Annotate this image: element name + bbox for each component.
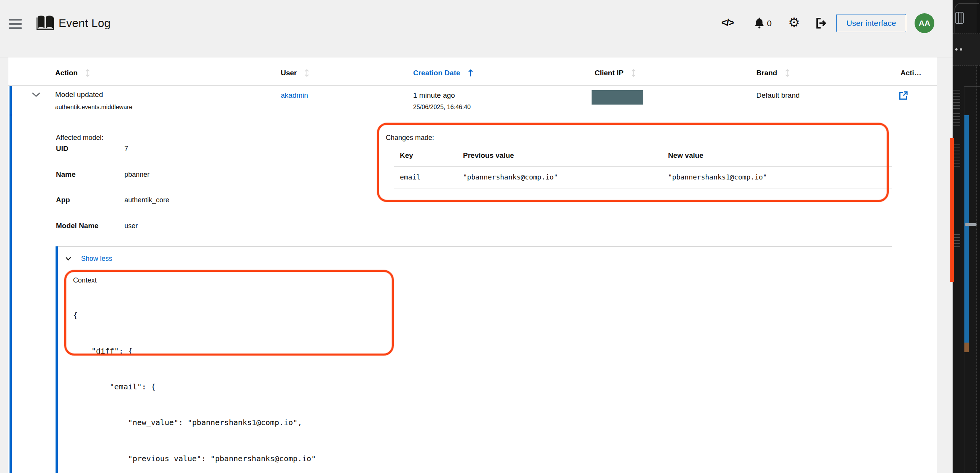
sliver-right-shade <box>977 0 980 473</box>
avatar[interactable]: AA <box>915 13 934 33</box>
sign-out-icon[interactable] <box>816 17 827 30</box>
field-value: 7 <box>124 145 128 153</box>
tiny-text-block <box>953 113 960 129</box>
notifications-bell-icon[interactable] <box>754 17 765 30</box>
sort-unsorted-icon <box>85 69 90 77</box>
mini-scrollbar-thumb[interactable] <box>965 223 977 226</box>
field-value: user <box>124 222 138 230</box>
table-header-divider <box>8 85 937 86</box>
row-divider <box>8 115 937 115</box>
api-browser-icon[interactable]: </> <box>721 17 733 29</box>
column-label: Brand <box>756 69 777 77</box>
panel-left-indicator <box>56 246 58 473</box>
annotation-rect-changes <box>377 123 889 202</box>
column-header-brand[interactable]: Brand <box>756 68 790 78</box>
show-less-label: Show less <box>81 255 112 263</box>
client-ip-redaction-box <box>592 90 643 105</box>
column-header-user[interactable]: User <box>281 68 309 78</box>
event-brand: Default brand <box>756 91 800 100</box>
event-user-link[interactable]: akadmin <box>281 91 308 100</box>
field-value: authentik_core <box>124 196 169 204</box>
field-label: Model Name <box>56 222 99 230</box>
column-header-actions: Acti… <box>900 68 921 78</box>
column-label: Action <box>55 69 78 77</box>
field-label: App <box>56 196 70 204</box>
tiny-text-block <box>953 90 960 110</box>
column-label: Acti… <box>900 69 921 77</box>
column-header-creation-date[interactable]: Creation Date <box>413 68 473 78</box>
orange-color-bar <box>950 138 954 282</box>
app-header: Event Log </> 0 ⚙ User interface AA <box>0 0 980 57</box>
dot-icon <box>960 48 962 51</box>
sliver-dotted-line <box>976 65 977 473</box>
row-collapse-chevron-icon[interactable] <box>32 92 40 99</box>
affected-model-heading: Affected model: <box>56 134 103 142</box>
background-window-sliver <box>953 0 980 473</box>
event-created-absolute: 25/06/2025, 16:46:40 <box>413 104 471 111</box>
chevron-down-icon <box>65 257 71 261</box>
show-less-toggle[interactable]: Show less <box>65 255 112 263</box>
page-title: Event Log <box>59 17 111 30</box>
menu-toggle-button[interactable] <box>9 19 22 29</box>
event-created-relative: 1 minute ago <box>413 91 455 100</box>
event-action: Model updated <box>55 90 103 99</box>
field-value: pbanner <box>124 171 150 179</box>
panel-top-divider <box>56 246 892 247</box>
expanded-row-indicator <box>10 86 12 473</box>
annotation-rect-context <box>64 270 394 356</box>
sort-unsorted-icon <box>631 69 636 77</box>
context-line: "new_value": "pbannershanks1@comp.io", <box>73 417 316 429</box>
columns-layout-icon <box>955 12 964 25</box>
sort-unsorted-icon <box>304 69 309 77</box>
sliver-inner-border <box>964 86 980 87</box>
sort-ascending-icon <box>468 69 473 77</box>
column-label: Client IP <box>595 69 624 77</box>
event-app: authentik.events.middleware <box>55 104 132 111</box>
sliver-blue-bar <box>964 115 969 343</box>
sliver-brown-bar <box>964 343 969 352</box>
user-interface-button[interactable]: User interface <box>836 14 906 32</box>
field-label: Name <box>56 170 76 179</box>
context-line: "previous_value": "pbannershanks@comp.io… <box>73 453 316 465</box>
settings-gear-icon[interactable]: ⚙ <box>788 16 800 29</box>
column-header-client-ip[interactable]: Client IP <box>595 68 636 78</box>
field-label: UID <box>56 144 68 153</box>
sort-unsorted-icon <box>785 69 790 77</box>
tiny-text-block <box>953 144 960 167</box>
column-header-action[interactable]: Action <box>55 68 90 78</box>
column-label: Creation Date <box>413 69 460 77</box>
notifications-count: 0 <box>767 19 772 29</box>
open-event-icon[interactable] <box>898 90 908 102</box>
dot-icon <box>955 48 958 51</box>
tiny-text-block <box>953 234 960 248</box>
book-open-icon <box>37 14 54 32</box>
column-label: User <box>281 69 297 77</box>
context-line: "email": { <box>73 381 316 393</box>
